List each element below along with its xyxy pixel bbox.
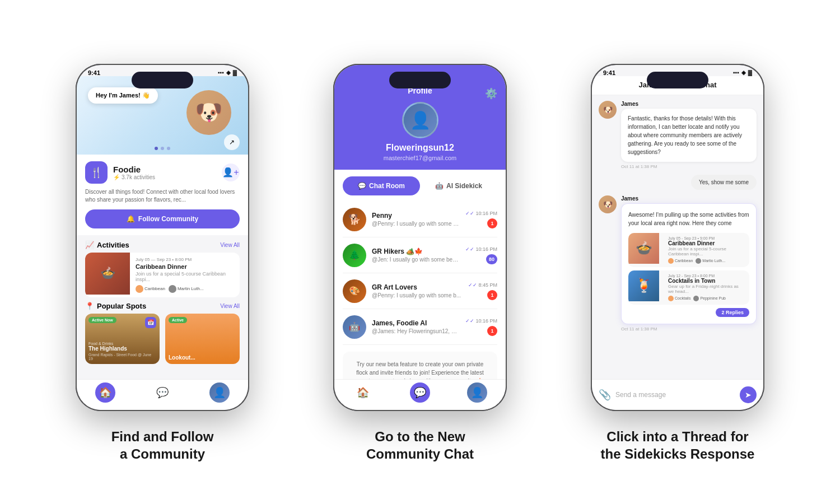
nav-home-2[interactable]: 🏠 <box>353 382 373 403</box>
chat-name-gr-hikers: GR Hikers 🏕️🍁 <box>372 248 460 255</box>
chat-preview-james-foodie: @James: Hey Floweringsun12, wha... <box>372 328 460 334</box>
popular-spots-title: 📍 Popular Spots <box>85 302 146 310</box>
spot-info-1: Food & Drinks The Highlands Grand Rapids… <box>88 342 156 361</box>
phone-frame-2: Profile ⚙️ 👤 Floweringsun12 masterchief1… <box>333 64 507 411</box>
caption-text-2: Go to the NewCommunity Chat <box>302 428 538 463</box>
nav-profile-2[interactable]: 👤 <box>467 382 487 403</box>
mini-tag-2b: Peppinine Pub <box>693 296 726 301</box>
mini-name-2: Cocktails in Town <box>668 278 745 284</box>
user-bubble-1: Yes, show me some <box>691 175 757 190</box>
mini-activity-1[interactable]: 🍲 July 05 - Sep 23 • 9:00 PM Caribbean D… <box>628 233 749 267</box>
active-badge-1: Active Now <box>88 317 116 323</box>
phone-notch-2 <box>389 72 451 88</box>
caption-3: Click into a Thread forthe Sidekicks Res… <box>560 428 795 463</box>
chat-item-gr-hikers[interactable]: 🌲 GR Hikers 🏕️🍁 @Jen: I usually go with … <box>343 238 497 273</box>
mini-activity-2[interactable]: 🍹 July 12 - Sep 23 • 8:00 PM Cocktails i… <box>628 270 749 305</box>
chat-item-penny[interactable]: 🐕 Penny @Penny: I usually go with some b… <box>343 202 497 237</box>
nav-chat-1[interactable]: 💬 <box>152 382 172 403</box>
activity-tag-2: Martin Luth... <box>169 285 204 293</box>
community-name: Foodie <box>113 165 155 174</box>
speech-bubble: Hey I'm James! 👋 <box>88 87 158 104</box>
activities-title: 📈 Activities <box>85 241 129 249</box>
phone-frame-1: 9:41 ▪▪▪ ◈ ▓ Hey I'm James! 👋 🐶 <box>76 64 249 411</box>
profile-email: masterchief17@gmail.com <box>343 155 497 161</box>
activity-tag-1: Caribbean <box>136 285 165 293</box>
msg-time-1: Oct 11 at 1:38 PM <box>621 164 757 169</box>
community-description: Discover all things food! Connect with o… <box>85 188 240 204</box>
send-button[interactable]: ➤ <box>740 386 757 403</box>
status-icons-1: ▪▪▪ ◈ ▓ <box>218 69 237 76</box>
mini-desc-2: Gear up for a Friday-night drinks as we … <box>668 284 745 294</box>
phone-inner-3: 9:41 ▪▪▪ ◈ ▓ James, Foodie AI Chat 🐶 <box>592 65 763 410</box>
mini-tag-2a: Cocktails <box>668 296 690 301</box>
spot-category-1: Food & Drinks <box>88 342 156 346</box>
status-icons-3: ▪▪▪ ◈ ▓ <box>733 69 752 76</box>
mini-tags-2: Cocktails Peppinine Pub <box>668 296 745 301</box>
phone-inner-1: 9:41 ▪▪▪ ◈ ▓ Hey I'm James! 👋 🐶 <box>77 65 248 410</box>
replies-pill[interactable]: 2 Replies <box>716 308 749 317</box>
battery-icon-3: ▓ <box>748 69 752 76</box>
badge-gr-art: 1 <box>487 290 497 300</box>
avatar-gr-art: 🎨 <box>343 279 366 303</box>
mini-tag-1a: Caribbean <box>668 258 693 264</box>
chat-time-gr-art: ✓✓8:45 PM <box>468 282 497 288</box>
chat-body-penny: Penny @Penny: I usually go with some bee… <box>372 212 460 227</box>
captions-container: Find and Followa Community Go to the New… <box>0 411 840 463</box>
popular-spots-view-all[interactable]: View All <box>220 303 240 309</box>
avatar-penny: 🐕 <box>343 208 366 231</box>
nav-chat-2[interactable]: 💬 <box>410 382 430 403</box>
chat-preview-penny: @Penny: I usually go with some beef... <box>372 221 460 227</box>
spot-name-2: Lookout... <box>169 354 236 361</box>
phone-section-2: Profile ⚙️ 👤 Floweringsun12 masterchief1… <box>302 64 538 411</box>
community-activity: ⚡ 3.7k activities <box>113 174 155 180</box>
message-input[interactable]: Send a message <box>615 391 735 399</box>
tab-ai-sidekick[interactable]: 🤖 AI Sidekick <box>420 176 497 195</box>
chat-body-gr-art: GR Art Lovers @Penny: I usually go with … <box>372 283 463 298</box>
avatar-james-foodie: 🤖 <box>343 315 366 339</box>
spot-subinfo-1: Grand Rapids - Street Food @ June 19 <box>88 353 156 361</box>
avatar-gr-hikers: 🌲 <box>343 244 366 267</box>
nav-profile-1[interactable]: 👤 <box>209 382 230 403</box>
chat-preview-gr-art: @Penny: I usually go with some b... <box>372 292 463 298</box>
tab-chat-room[interactable]: 💬 Chat Room <box>343 176 420 195</box>
spot-card-1[interactable]: Active Now 📅 Food & Drinks The Highlands… <box>85 314 160 364</box>
wifi-icon: ◈ <box>226 69 231 76</box>
activity-image-1: 🍲 <box>85 253 130 295</box>
add-community-button[interactable]: 👤+ <box>222 164 240 181</box>
dot-3 <box>167 147 170 150</box>
phone-notch-1 <box>132 72 193 88</box>
badge-gr-hikers: 80 <box>486 254 497 264</box>
mini-img-2: 🍹 <box>628 270 659 301</box>
chat-item-james-foodie[interactable]: 🤖 James, Foodie AI @James: Hey Flowering… <box>343 310 497 345</box>
msg-avatar-james-1: 🐶 <box>599 101 617 119</box>
msg-avatar-james-2: 🐶 <box>599 195 617 213</box>
spot-card-2[interactable]: Active Lookout... <box>165 314 240 364</box>
mini-tags-1: Caribbean Martio Luth... <box>668 258 745 264</box>
message-group-2: 🐶 James Awesome! I'm pulling up the some… <box>599 195 757 332</box>
gear-icon[interactable]: ⚙️ <box>485 87 497 100</box>
chat-name-penny: Penny <box>372 212 460 220</box>
activities-view-all[interactable]: View All <box>220 242 240 248</box>
follow-community-button[interactable]: 🔔 Follow Community <box>85 209 240 228</box>
chat-time-penny: ✓✓10:16 PM <box>465 211 497 216</box>
share-button[interactable]: ↗ <box>224 134 240 150</box>
chat-body-gr-hikers: GR Hikers 🏕️🍁 @Jen: I usually go with so… <box>372 248 460 263</box>
phone-section-1: 9:41 ▪▪▪ ◈ ▓ Hey I'm James! 👋 🐶 <box>45 64 280 411</box>
nav-home-1[interactable]: 🏠 <box>95 382 115 403</box>
activity-card-1[interactable]: 🍲 July 05 — Sep 23 • 8:00 PM Caribbean D… <box>85 253 240 297</box>
community-header: 🍴 Foodie ⚡ 3.7k activities 👤+ <box>85 161 240 184</box>
msg-content-1: James Fantastic, thanks for those detail… <box>621 101 757 169</box>
mini-date-1: July 05 - Sep 23 • 9:00 PM <box>668 236 745 240</box>
activity-date-1: July 05 — Sep 23 • 8:00 PM <box>136 257 234 262</box>
activity-details-1: July 05 — Sep 23 • 8:00 PM Caribbean Din… <box>130 253 240 297</box>
chat-item-gr-art[interactable]: 🎨 GR Art Lovers @Penny: I usually go wit… <box>343 274 497 309</box>
msg-bubble-1: Fantastic, thanks for those details! Wit… <box>621 109 757 162</box>
chat-meta-james-foodie: ✓✓10:16 PM 1 <box>465 318 497 336</box>
spots-grid: Active Now 📅 Food & Drinks The Highlands… <box>85 314 240 364</box>
status-time-1: 9:41 <box>88 69 100 76</box>
mini-details-1: July 05 - Sep 23 • 9:00 PM Caribbean Din… <box>664 233 749 267</box>
attachment-icon[interactable]: 📎 <box>599 389 611 401</box>
signal-icon-3: ▪▪▪ <box>733 69 739 76</box>
signal-icon: ▪▪▪ <box>218 69 224 76</box>
badge-penny: 1 <box>487 218 497 228</box>
